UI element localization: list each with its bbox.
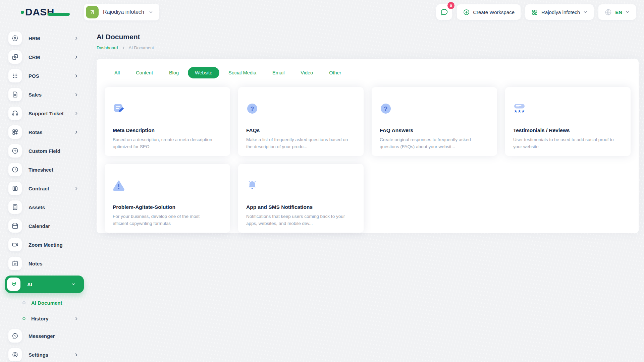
ai-fox-icon [7,278,20,291]
bell-icon [246,179,258,191]
category-tabs: All Content Blog Website Social Media Em… [105,66,631,82]
workspace-avatar [86,6,99,18]
chevron-right-icon [74,316,81,321]
sidebar-item-sales[interactable]: Sales [8,88,81,101]
chevron-down-icon [71,282,78,287]
sidebar-item-contract[interactable]: Contract [8,182,81,195]
main-content: AI Document Dashboard AI Document All Co… [87,24,644,233]
pos-icon [8,69,22,82]
tab-website[interactable]: Website [188,67,219,78]
workspace-dropdown[interactable]: Rajodiya infotech [525,4,594,20]
settings-icon [8,348,22,361]
app-logo[interactable]: DASH [21,6,70,18]
card-faq-answers[interactable]: ? FAQ Answers Create original responses … [372,87,497,156]
card-problem-agitate-solution[interactable]: Problem-Agitate-Solution For your busine… [105,164,230,233]
messages-button[interactable]: 0 [436,4,452,20]
assets-icon [8,200,22,214]
timesheet-icon [8,163,22,176]
logo-dot [21,11,24,14]
svg-text:?: ? [251,106,254,112]
plus-circle-icon [463,9,470,16]
tab-social-media[interactable]: Social Media [221,67,263,78]
sidebar-subitem-history[interactable]: History [8,313,81,323]
card-description: Create original responses to frequently … [380,136,482,150]
bullet-icon [22,317,25,320]
chat-bubble-icon [440,8,449,17]
zoom-meeting-icon [8,238,22,251]
card-app-sms-notifications[interactable]: App and SMS Notifications Notifications … [238,164,364,233]
messages-badge: 0 [447,2,454,9]
language-code: EN [615,9,622,15]
sidebar-item-notes[interactable]: Notes [8,257,81,270]
sidebar-item-support-ticket[interactable]: Support Ticket [8,107,81,120]
sidebar-item-pos[interactable]: POS [8,69,81,82]
card-testimonials-reviews[interactable]: ★★★ Testimonials / Reviews User testimon… [505,87,631,156]
card-description: Notifications that keep users coming bac… [246,213,348,227]
svg-text:?: ? [384,106,388,112]
tab-all[interactable]: All [107,67,127,78]
page-title: AI Document [97,33,639,41]
calendar-icon [8,219,22,233]
chevron-right-icon [74,186,81,191]
card-meta-description[interactable]: Meta Description Based on a description,… [105,87,230,156]
workspace-dropdown-label: Rajodiya infotech [541,9,580,15]
template-cards-grid: Meta Description Based on a description,… [105,87,631,233]
sidebar-item-assets[interactable]: Assets [8,200,81,214]
ai-document-panel: All Content Blog Website Social Media Em… [97,59,639,233]
chevron-down-icon [625,10,630,14]
warning-triangle-icon [113,179,125,191]
sidebar-item-messenger[interactable]: Messenger [8,329,81,343]
card-title: Meta Description [113,127,222,133]
breadcrumb-current: AI Document [129,45,154,50]
globe-icon [604,8,612,16]
chevron-right-icon [74,111,81,116]
custom-field-icon [8,144,22,158]
card-title: FAQs [246,127,356,133]
question-circle-icon: ? [246,103,258,115]
notes-icon [8,257,22,270]
sidebar-subitem-ai-document[interactable]: AI Document [8,298,81,308]
create-workspace-button[interactable]: Create Workspace [457,4,521,20]
tab-other[interactable]: Other [322,67,348,78]
card-title: App and SMS Notifications [246,204,356,210]
card-description: User testimonials to be used to add soci… [513,136,615,150]
sales-icon [8,88,22,101]
chevron-right-icon [121,46,125,50]
tab-video[interactable]: Video [293,67,320,78]
contract-icon [8,182,22,195]
breadcrumb-dashboard-link[interactable]: Dashboard [97,45,118,50]
chevron-down-icon [583,10,588,14]
workspace-switcher[interactable]: Rajodiya infotech [84,4,159,20]
sidebar-item-crm[interactable]: CRM [8,50,81,64]
card-description: Make a list of frequently asked question… [246,136,348,150]
logo-dash-bar [48,13,70,16]
card-title: Problem-Agitate-Solution [113,204,222,210]
workspace-grid-icon [531,9,538,16]
language-selector[interactable]: EN [598,4,636,20]
support-ticket-icon [8,107,22,120]
header-actions: 0 Create Workspace Rajodiya infotech [436,4,636,20]
tab-content[interactable]: Content [129,67,160,78]
card-faqs[interactable]: ? FAQs Make a list of frequently asked q… [238,87,364,156]
workspace-switcher-label: Rajodiya infotech [103,9,144,15]
tab-email[interactable]: Email [265,67,291,78]
card-description: Based on a description, create a meta de… [113,136,215,150]
chevron-right-icon [74,353,81,357]
sidebar-item-ai[interactable]: AI [5,276,84,293]
svg-text:★★★: ★★★ [514,109,525,114]
sidebar-item-rotas[interactable]: Rotas [8,125,81,139]
sidebar-item-settings[interactable]: Settings [8,348,81,361]
tab-blog[interactable]: Blog [162,67,186,78]
messenger-icon [8,329,22,343]
sidebar-item-custom-field[interactable]: Custom Field [8,144,81,158]
card-title: Testimonials / Reviews [513,127,623,133]
sidebar-item-timesheet[interactable]: Timesheet [8,163,81,176]
chevron-right-icon [74,93,81,97]
testimonial-stars-icon: ★★★ [513,103,526,115]
sidebar-item-hrm[interactable]: HRM [8,32,81,45]
sidebar-item-zoom-meeting[interactable]: Zoom Meeting [8,238,81,251]
sidebar: HRM CRM POS Sales [0,24,87,362]
breadcrumb: Dashboard AI Document [97,45,639,50]
create-workspace-label: Create Workspace [473,9,515,15]
sidebar-item-calendar[interactable]: Calendar [8,219,81,233]
